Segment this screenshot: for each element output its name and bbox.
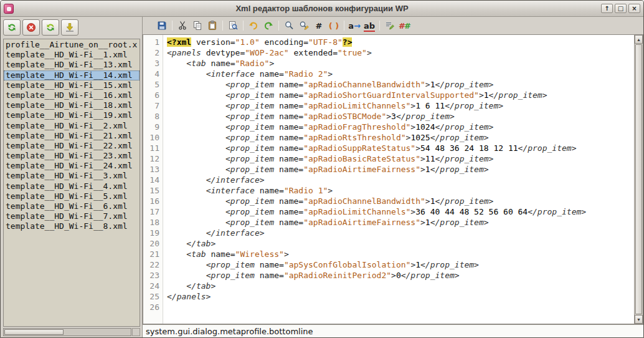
file-list-item[interactable]: template__HD_Wi-Fi__8.xml bbox=[4, 221, 140, 231]
cut-icon bbox=[178, 21, 187, 31]
code-line[interactable]: <prop_item name="apRadioAirtimeFairness"… bbox=[167, 217, 634, 228]
line-number-gutter: 1234567891011121314151617181920212223242… bbox=[143, 35, 163, 324]
file-list-item[interactable]: template__HD_Wi-Fi__7.xml bbox=[4, 211, 140, 221]
line-number: 16 bbox=[143, 196, 159, 206]
sync-button[interactable] bbox=[42, 19, 59, 36]
hash-icon: # bbox=[316, 21, 323, 31]
file-list-item[interactable]: template__HD_Wi-Fi__16.xml bbox=[4, 90, 140, 100]
file-list-item[interactable]: template__HD_Wi-Fi__13.xml bbox=[4, 60, 140, 70]
code-line[interactable]: </panels> bbox=[167, 291, 634, 302]
file-list-item[interactable]: template__HD_Wi-Fi__1.xml bbox=[4, 50, 140, 60]
toolbar-separator bbox=[172, 21, 173, 31]
match-brackets-button[interactable]: ( ) bbox=[327, 19, 341, 32]
file-list-item[interactable]: template__HD_Wi-Fi__21.xml bbox=[4, 131, 140, 141]
code-line[interactable]: <prop_item name="apRadioChannelBandwidth… bbox=[167, 196, 634, 206]
editor-vscrollbar[interactable]: ▲ ▼ bbox=[634, 35, 643, 324]
goto-line-button[interactable]: # bbox=[312, 19, 326, 32]
toggle-highlight-button[interactable]: ## bbox=[398, 19, 412, 32]
code-line[interactable]: <prop_item name="apRadioRtsThreshold">10… bbox=[167, 132, 634, 143]
code-line[interactable]: </tab> bbox=[167, 281, 634, 291]
file-list-item[interactable]: template__HD_Wi-Fi__2.xml bbox=[4, 121, 140, 131]
file-list-item[interactable]: template__HD_Wi-Fi__18.xml bbox=[4, 100, 140, 110]
code-line[interactable]: <prop_item name="apRadioSTBCMode">3</pro… bbox=[167, 111, 634, 122]
redo-button[interactable] bbox=[262, 19, 275, 32]
code-line[interactable]: <panels devtype="WOP-2ac" extended="true… bbox=[167, 47, 634, 58]
window-body: profile__Airtune_on__root.xtemplate__HD_… bbox=[1, 17, 643, 337]
spellcheck-button[interactable]: ab bbox=[362, 19, 376, 32]
file-list-item[interactable]: profile__Airtune_on__root.x bbox=[4, 40, 140, 50]
toolbar-separator bbox=[243, 21, 244, 31]
code-line[interactable]: <prop_item name="apRadioShortGuardInterv… bbox=[167, 90, 634, 100]
code-line[interactable]: <prop_item name="apSysConfGlobalIsolatio… bbox=[167, 259, 634, 270]
import-button[interactable] bbox=[61, 19, 78, 36]
scroll-up-button[interactable]: ▲ bbox=[635, 35, 643, 44]
xml-editor[interactable]: 1234567891011121314151617181920212223242… bbox=[143, 34, 643, 324]
hscroll-thumb[interactable] bbox=[4, 329, 64, 335]
cancel-button[interactable] bbox=[22, 19, 40, 36]
save-button[interactable] bbox=[155, 19, 169, 32]
file-list-item[interactable]: template__HD_Wi-Fi__4.xml bbox=[4, 181, 140, 191]
code-line[interactable]: </interface> bbox=[167, 228, 634, 238]
file-list-item[interactable]: template__HD_Wi-Fi__14.xml bbox=[4, 70, 140, 80]
undo-button[interactable] bbox=[247, 19, 260, 32]
file-list[interactable]: profile__Airtune_on__root.xtemplate__HD_… bbox=[3, 39, 140, 327]
refresh-icon bbox=[7, 22, 17, 32]
titlebar[interactable]: Xml редактор шаблонов конфигурации WP ↑□… bbox=[1, 1, 643, 17]
file-list-item[interactable]: template__HD_Wi-Fi__6.xml bbox=[4, 201, 140, 211]
code-line[interactable]: <prop_item name="apRadioLimitChannels">3… bbox=[167, 206, 634, 217]
line-number: 15 bbox=[143, 185, 159, 196]
vscroll-track[interactable] bbox=[635, 44, 643, 315]
code-line[interactable]: <prop_item name="apRadioLimitChannels">1… bbox=[167, 100, 634, 111]
file-list-item[interactable]: template__HD_Wi-Fi__23.xml bbox=[4, 151, 140, 161]
file-list-item[interactable]: template__HD_Wi-Fi__3.xml bbox=[4, 171, 140, 181]
refresh-button[interactable] bbox=[3, 19, 21, 36]
shade-button[interactable]: ↑ bbox=[601, 4, 613, 13]
file-list-item[interactable]: template__HD_Wi-Fi__5.xml bbox=[4, 191, 140, 201]
code-line[interactable]: <tab name="Wireless"> bbox=[167, 249, 634, 259]
line-number: 25 bbox=[143, 291, 159, 302]
app-icon-glyph bbox=[7, 7, 11, 11]
code-line[interactable]: <prop_item name="apRadioFragThreshold">1… bbox=[167, 122, 634, 132]
code-line[interactable]: <interface name="Radio 2"> bbox=[167, 69, 634, 79]
file-list-item[interactable]: template__HD_Wi-Fi__15.xml bbox=[4, 80, 140, 90]
file-list-item[interactable]: template__HD_Wi-Fi__19.xml bbox=[4, 110, 140, 120]
edit-template-button[interactable] bbox=[383, 19, 397, 32]
line-number: 18 bbox=[143, 217, 159, 228]
file-list-item[interactable]: template__HD_Wi-Fi__24.xml bbox=[4, 161, 140, 171]
copy-button[interactable] bbox=[191, 19, 204, 32]
scroll-down-button[interactable]: ▼ bbox=[635, 315, 643, 324]
code-line[interactable]: <?xml version="1.0" encoding="UTF-8"?> bbox=[167, 37, 634, 47]
code-line[interactable]: <prop_item name="apRadioReinitPeriod2">0… bbox=[167, 270, 634, 281]
code-line[interactable]: <prop_item name="apRadioChannelBandwidth… bbox=[167, 79, 634, 90]
search-icon bbox=[284, 21, 294, 31]
code-line[interactable] bbox=[167, 302, 634, 312]
vscroll-thumb[interactable] bbox=[635, 44, 642, 314]
sidebar-hscrollbar[interactable] bbox=[3, 328, 131, 336]
code-area[interactable]: <?xml version="1.0" encoding="UTF-8"?><p… bbox=[163, 35, 634, 324]
toolbar-separator bbox=[344, 21, 344, 31]
code-line[interactable]: </tab> bbox=[167, 238, 634, 249]
close-button[interactable]: × bbox=[628, 4, 640, 13]
cut-button[interactable] bbox=[176, 19, 189, 32]
app-window: Xml редактор шаблонов конфигурации WP ↑□… bbox=[0, 0, 644, 338]
code-line[interactable]: <prop_item name="apRadioSuppRateStatus">… bbox=[167, 143, 634, 153]
import-icon bbox=[65, 22, 75, 32]
code-line[interactable]: <prop_item name="apRadioBasicRateStatus"… bbox=[167, 153, 634, 164]
preview-button[interactable] bbox=[226, 19, 240, 32]
code-line[interactable]: </interface> bbox=[167, 175, 634, 185]
line-number: 12 bbox=[143, 153, 159, 164]
code-line[interactable]: <prop_item name="apRadioAirtimeFairness"… bbox=[167, 164, 634, 175]
maximize-button[interactable]: □ bbox=[615, 4, 627, 13]
find-replace-button[interactable] bbox=[297, 19, 311, 32]
a-arrow-icon: a→ bbox=[348, 21, 361, 31]
window-controls: ↑□× bbox=[601, 4, 640, 13]
doc-search-icon bbox=[228, 21, 238, 31]
file-list-item[interactable]: template__HD_Wi-Fi__22.xml bbox=[4, 141, 140, 151]
code-line[interactable]: <tab name="Radio"> bbox=[167, 58, 634, 69]
autocomplete-button[interactable]: a→ bbox=[348, 19, 361, 32]
paste-button[interactable] bbox=[206, 19, 219, 32]
code-line[interactable]: <interface name="Radio 1"> bbox=[167, 185, 634, 196]
find-button[interactable] bbox=[282, 19, 296, 32]
app-icon bbox=[4, 4, 14, 14]
sidebar: profile__Airtune_on__root.xtemplate__HD_… bbox=[1, 17, 142, 337]
